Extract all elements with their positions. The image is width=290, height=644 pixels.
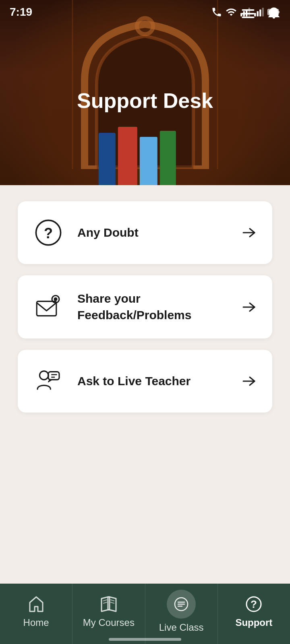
svg-line-34 — [110, 602, 114, 603]
live-class-icon — [172, 594, 191, 614]
main-content: ? Any Doubt Share your Feedback/Problems — [0, 185, 290, 429]
nav-item-home[interactable]: Home — [0, 584, 72, 644]
feedback-card[interactable]: Share your Feedback/Problems — [18, 275, 272, 339]
status-time: 7:19 — [10, 6, 32, 19]
signal2-icon — [254, 6, 264, 18]
svg-rect-20 — [37, 301, 56, 316]
any-doubt-arrow — [240, 224, 258, 242]
nav-item-support[interactable]: ? Support — [218, 584, 290, 644]
live-teacher-card[interactable]: Ask to Live Teacher — [18, 350, 272, 413]
svg-line-33 — [110, 600, 114, 601]
page-title: Support Desk — [0, 89, 290, 113]
svg-rect-6 — [259, 10, 261, 17]
courses-icon — [99, 594, 118, 614]
svg-rect-7 — [262, 8, 264, 17]
support-icon: ? — [244, 594, 263, 614]
svg-rect-5 — [257, 11, 259, 17]
svg-line-31 — [103, 600, 107, 601]
svg-line-32 — [103, 602, 107, 603]
status-icons — [211, 6, 280, 18]
live-teacher-arrow — [240, 372, 258, 390]
svg-rect-0 — [240, 13, 242, 17]
mail-notification-icon — [32, 291, 64, 323]
any-doubt-card[interactable]: ? Any Doubt — [18, 201, 272, 264]
live-teacher-icon — [32, 365, 64, 397]
call-icon — [211, 6, 222, 18]
question-circle-icon: ? — [32, 217, 64, 249]
battery-icon — [267, 8, 280, 16]
live-teacher-label: Ask to Live Teacher — [77, 373, 227, 390]
svg-point-24 — [39, 371, 48, 380]
live-class-circle — [167, 590, 196, 619]
wifi-icon — [226, 6, 237, 18]
hero-section: Support Desk — [0, 0, 290, 185]
status-bar: 7:19 — [0, 0, 290, 24]
svg-rect-3 — [249, 8, 250, 17]
bottom-navigation: Home My Courses Live Cl — [0, 584, 290, 644]
nav-courses-label: My Courses — [83, 617, 135, 628]
feedback-arrow — [240, 298, 258, 316]
nav-item-my-courses[interactable]: My Courses — [72, 584, 145, 644]
svg-rect-10 — [269, 10, 276, 14]
svg-rect-2 — [246, 10, 247, 17]
nav-support-label: Support — [235, 617, 272, 628]
nav-item-live-class[interactable]: Live Class — [145, 584, 218, 644]
nav-live-label: Live Class — [159, 622, 204, 633]
svg-rect-1 — [243, 11, 245, 17]
svg-rect-9 — [278, 11, 280, 13]
svg-text:?: ? — [251, 598, 257, 610]
home-icon — [27, 594, 46, 614]
books-decoration — [99, 127, 176, 185]
home-indicator — [109, 638, 181, 641]
svg-text:?: ? — [44, 225, 53, 242]
any-doubt-label: Any Doubt — [77, 225, 227, 241]
nav-home-label: Home — [23, 617, 49, 628]
svg-rect-4 — [254, 13, 256, 17]
svg-point-22 — [54, 297, 58, 301]
feedback-label: Share your Feedback/Problems — [77, 291, 227, 323]
svg-rect-25 — [48, 372, 59, 380]
signal-icon — [240, 6, 251, 18]
